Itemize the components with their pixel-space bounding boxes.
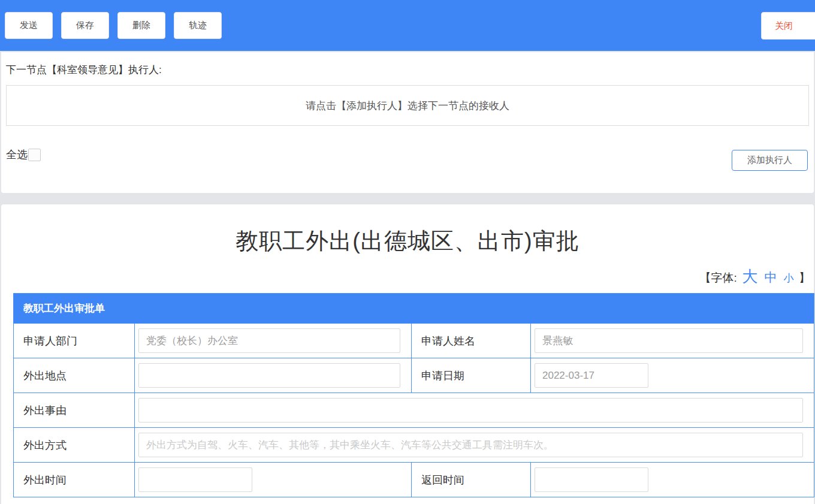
approval-form-table: 教职工外出审批单 申请人部门 申请人姓名 外出地点 申请日期 外出事由 外出方式…	[13, 293, 814, 497]
select-all-control: 全选	[6, 147, 41, 162]
panel-divider	[0, 193, 815, 204]
select-all-label: 全选	[6, 147, 28, 162]
delete-button[interactable]: 删除	[117, 12, 165, 39]
table-row: 申请人部门 申请人姓名	[14, 324, 814, 358]
dept-input[interactable]	[138, 328, 400, 353]
font-selector-bracket: 】	[799, 271, 810, 284]
toolbar: 发送 保存 删除 轨迹 关闭	[0, 0, 815, 51]
place-label: 外出地点	[14, 358, 135, 393]
table-row: 外出事由	[14, 393, 814, 428]
track-button[interactable]: 轨迹	[174, 12, 222, 39]
font-size-small-button[interactable]: 小	[784, 273, 794, 284]
executor-list-box: 请点击【添加执行人】选择下一节点的接收人	[6, 85, 809, 126]
date-input[interactable]	[535, 363, 648, 388]
table-row: 外出时间 返回时间	[14, 463, 814, 497]
font-size-medium-button[interactable]: 中	[764, 270, 777, 284]
executor-hint-text: 请点击【添加执行人】选择下一节点的接收人	[306, 99, 509, 113]
dept-label: 申请人部门	[14, 324, 135, 358]
send-button[interactable]: 发送	[5, 12, 53, 39]
font-selector-label: 【字体:	[700, 271, 737, 284]
font-size-large-button[interactable]: 大	[742, 267, 757, 285]
method-label: 外出方式	[14, 428, 135, 463]
page-title: 教职工外出(出德城区、出市)审批	[13, 226, 814, 256]
next-node-title: 下一节点【科室领导意见】执行人:	[6, 63, 809, 77]
name-label: 申请人姓名	[412, 324, 531, 358]
table-row: 外出地点 申请日期	[14, 358, 814, 393]
font-size-selector: 【字体: 大 中 小 】	[13, 266, 810, 287]
form-panel: 教职工外出(出德城区、出市)审批 【字体: 大 中 小 】 教职工外出审批单 申…	[1, 204, 814, 504]
next-node-panel: 下一节点【科室领导意见】执行人: 请点击【添加执行人】选择下一节点的接收人 全选…	[1, 52, 814, 193]
return-time-label: 返回时间	[412, 463, 531, 497]
table-header-row: 教职工外出审批单	[14, 294, 814, 324]
out-time-label: 外出时间	[14, 463, 135, 497]
method-input[interactable]	[138, 433, 803, 457]
table-row: 外出方式	[14, 428, 814, 463]
return-time-input[interactable]	[535, 467, 648, 492]
out-time-input[interactable]	[138, 467, 252, 492]
add-executor-button[interactable]: 添加执行人	[732, 150, 808, 171]
place-input[interactable]	[138, 363, 400, 388]
name-input[interactable]	[535, 328, 803, 353]
close-button[interactable]: 关闭	[761, 12, 815, 40]
select-all-checkbox[interactable]	[28, 149, 41, 161]
save-button[interactable]: 保存	[61, 12, 109, 39]
reason-input[interactable]	[138, 398, 803, 422]
sheet-title: 教职工外出审批单	[14, 294, 814, 324]
reason-label: 外出事由	[14, 393, 135, 428]
date-label: 申请日期	[412, 358, 531, 393]
